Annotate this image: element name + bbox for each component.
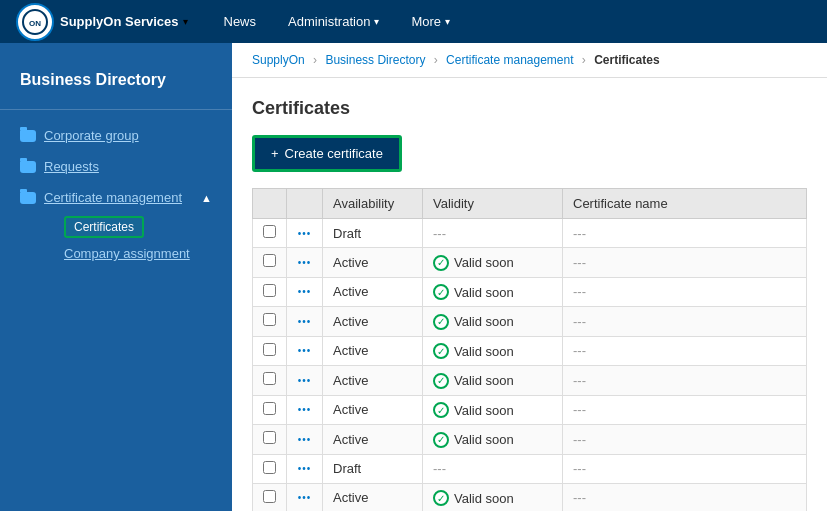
sidebar-title: Business Directory bbox=[0, 43, 232, 109]
row-menu-dots[interactable]: ••• bbox=[287, 366, 323, 396]
table-row: •••Active✓Valid soon--- bbox=[253, 483, 807, 511]
breadcrumb-certificate-management[interactable]: Certificate management bbox=[446, 53, 573, 67]
nav-more[interactable]: More ▾ bbox=[395, 0, 466, 43]
valid-soon-icon: ✓ bbox=[433, 402, 449, 418]
row-checkbox[interactable] bbox=[263, 402, 276, 415]
valid-soon-icon: ✓ bbox=[433, 432, 449, 448]
row-cert-name[interactable]: --- bbox=[563, 395, 807, 425]
row-validity: ✓Valid soon bbox=[423, 395, 563, 425]
sidebar: Business Directory Corporate group Reque… bbox=[0, 43, 232, 511]
row-checkbox[interactable] bbox=[263, 254, 276, 267]
row-cert-name[interactable]: --- bbox=[563, 248, 807, 278]
row-menu-dots[interactable]: ••• bbox=[287, 454, 323, 483]
table-row: •••Active✓Valid soon--- bbox=[253, 395, 807, 425]
col-availability: Availability bbox=[323, 189, 423, 219]
table-row: •••Active✓Valid soon--- bbox=[253, 248, 807, 278]
row-checkbox[interactable] bbox=[263, 313, 276, 326]
sidebar-item-corporate-group[interactable]: Corporate group bbox=[0, 120, 232, 151]
row-availability: Draft bbox=[323, 454, 423, 483]
row-validity: ✓Valid soon bbox=[423, 307, 563, 337]
create-certificate-button[interactable]: + Create certificate bbox=[252, 135, 402, 172]
breadcrumb-business-directory[interactable]: Business Directory bbox=[325, 53, 425, 67]
create-button-label: Create certificate bbox=[285, 146, 383, 161]
row-menu-dots[interactable]: ••• bbox=[287, 219, 323, 248]
row-availability: Active bbox=[323, 277, 423, 307]
nav-administration[interactable]: Administration ▾ bbox=[272, 0, 395, 43]
folder-icon bbox=[20, 192, 36, 204]
row-menu-dots[interactable]: ••• bbox=[287, 395, 323, 425]
main-layout: Business Directory Corporate group Reque… bbox=[0, 43, 827, 511]
cert-management-label: Certificate management bbox=[44, 190, 201, 205]
row-cert-name[interactable]: --- bbox=[563, 336, 807, 366]
table-row: •••Active✓Valid soon--- bbox=[253, 366, 807, 396]
table-row: •••Active✓Valid soon--- bbox=[253, 336, 807, 366]
row-menu-dots[interactable]: ••• bbox=[287, 483, 323, 511]
table-row: •••Active✓Valid soon--- bbox=[253, 277, 807, 307]
row-cert-name[interactable]: --- bbox=[563, 366, 807, 396]
row-validity: ✓Valid soon bbox=[423, 336, 563, 366]
row-validity: ✓Valid soon bbox=[423, 425, 563, 455]
sidebar-item-certificate-management[interactable]: Certificate management ▲ bbox=[0, 182, 232, 213]
svg-text:ON: ON bbox=[29, 19, 41, 28]
row-availability: Active bbox=[323, 336, 423, 366]
row-menu-dots[interactable]: ••• bbox=[287, 277, 323, 307]
requests-label: Requests bbox=[44, 159, 99, 174]
more-arrow: ▾ bbox=[445, 16, 450, 27]
sidebar-item-certificates[interactable]: Certificates bbox=[44, 213, 232, 240]
table-row: •••Draft------ bbox=[253, 219, 807, 248]
row-cert-name[interactable]: --- bbox=[563, 483, 807, 511]
row-cert-name[interactable]: --- bbox=[563, 277, 807, 307]
corporate-group-label: Corporate group bbox=[44, 128, 139, 143]
company-assignment-label: Company assignment bbox=[64, 246, 190, 261]
row-validity: --- bbox=[423, 219, 563, 248]
col-checkbox bbox=[253, 189, 287, 219]
row-availability: Active bbox=[323, 307, 423, 337]
col-validity: Validity bbox=[423, 189, 563, 219]
valid-soon-icon: ✓ bbox=[433, 343, 449, 359]
row-availability: Active bbox=[323, 366, 423, 396]
sidebar-item-company-assignment[interactable]: Company assignment bbox=[44, 240, 232, 267]
row-checkbox[interactable] bbox=[263, 461, 276, 474]
row-checkbox[interactable] bbox=[263, 225, 276, 238]
sidebar-item-requests[interactable]: Requests bbox=[0, 151, 232, 182]
row-menu-dots[interactable]: ••• bbox=[287, 248, 323, 278]
chevron-up-icon: ▲ bbox=[201, 192, 212, 204]
breadcrumb-current: Certificates bbox=[594, 53, 659, 67]
breadcrumb: SupplyOn › Business Directory › Certific… bbox=[232, 43, 827, 78]
row-checkbox[interactable] bbox=[263, 431, 276, 444]
certificates-table: Availability Validity Certificate name •… bbox=[252, 188, 807, 511]
plus-icon: + bbox=[271, 146, 279, 161]
sidebar-subitems: Certificates Company assignment bbox=[0, 213, 232, 267]
row-checkbox[interactable] bbox=[263, 490, 276, 503]
table-row: •••Active✓Valid soon--- bbox=[253, 425, 807, 455]
row-checkbox[interactable] bbox=[263, 284, 276, 297]
nav-news[interactable]: News bbox=[208, 0, 273, 43]
row-availability: Active bbox=[323, 483, 423, 511]
row-cert-name[interactable]: --- bbox=[563, 454, 807, 483]
sidebar-divider bbox=[0, 109, 232, 110]
brand-arrow: ▾ bbox=[183, 16, 188, 27]
valid-soon-icon: ✓ bbox=[433, 255, 449, 271]
top-navigation: ON SupplyOn Services ▾ News Administrati… bbox=[0, 0, 827, 43]
row-validity: ✓Valid soon bbox=[423, 277, 563, 307]
row-cert-name[interactable]: --- bbox=[563, 307, 807, 337]
valid-soon-icon: ✓ bbox=[433, 314, 449, 330]
row-menu-dots[interactable]: ••• bbox=[287, 336, 323, 366]
valid-soon-icon: ✓ bbox=[433, 490, 449, 506]
row-checkbox[interactable] bbox=[263, 343, 276, 356]
row-checkbox[interactable] bbox=[263, 372, 276, 385]
row-menu-dots[interactable]: ••• bbox=[287, 425, 323, 455]
row-cert-name[interactable]: --- bbox=[563, 425, 807, 455]
page-title: Certificates bbox=[252, 98, 807, 119]
col-cert-name: Certificate name bbox=[563, 189, 807, 219]
table-row: •••Active✓Valid soon--- bbox=[253, 307, 807, 337]
folder-icon bbox=[20, 161, 36, 173]
row-availability: Active bbox=[323, 425, 423, 455]
logo[interactable]: ON SupplyOn Services ▾ bbox=[16, 3, 188, 41]
breadcrumb-supplyon[interactable]: SupplyOn bbox=[252, 53, 305, 67]
row-menu-dots[interactable]: ••• bbox=[287, 307, 323, 337]
admin-arrow: ▾ bbox=[374, 16, 379, 27]
valid-soon-icon: ✓ bbox=[433, 284, 449, 300]
row-availability: Active bbox=[323, 395, 423, 425]
row-cert-name[interactable]: --- bbox=[563, 219, 807, 248]
